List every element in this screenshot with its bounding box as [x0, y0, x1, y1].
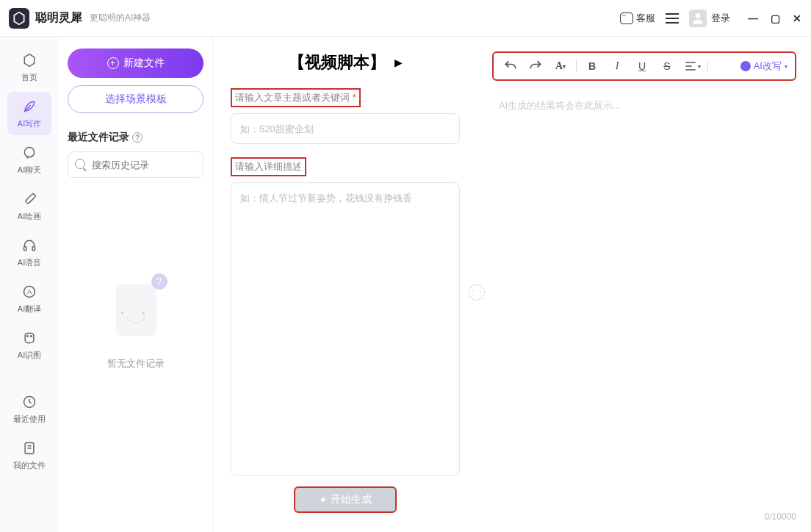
- sidebar: 首页 AI写作 AI聊天 AI绘画 AI语音 A AI翻译 AI识图: [0, 37, 59, 532]
- empty-state: ? 暂无文件记录: [68, 273, 203, 370]
- undo-button[interactable]: [501, 57, 520, 76]
- detail-textarea[interactable]: [231, 182, 460, 476]
- editor-toolbar: A▾ B I U S ▾ AI改写 ▾: [492, 51, 796, 81]
- sparkle-icon: ✦: [319, 494, 328, 506]
- menu-button[interactable]: [666, 13, 679, 24]
- sidebar-item-draw[interactable]: AI绘画: [7, 184, 51, 228]
- image-icon: [21, 329, 38, 347]
- topic-label: 请输入文章主题或者关键词 *: [231, 88, 361, 107]
- sidebar-item-writing[interactable]: AI写作: [7, 92, 51, 135]
- avatar-icon: [689, 10, 707, 27]
- svg-point-0: [696, 13, 701, 18]
- svg-point-1: [24, 148, 34, 157]
- chat-bubble-icon: [21, 144, 38, 162]
- output-panel: A▾ B I U S ▾ AI改写 ▾ AI生成的结果将会在此展示... 0/1…: [477, 37, 811, 532]
- search-icon: [75, 159, 85, 169]
- plus-icon: +: [107, 57, 119, 69]
- brush-icon: [21, 190, 38, 208]
- italic-button[interactable]: I: [608, 57, 627, 76]
- panel-title: 【视频脚本】: [289, 51, 386, 73]
- file-panel: + 新建文件 选择场景模板 最近文件记录 ? ? 暂无文件记录: [59, 37, 213, 532]
- svg-point-6: [27, 336, 29, 337]
- home-icon: [21, 51, 38, 69]
- sidebar-item-myfiles[interactable]: 我的文件: [7, 434, 51, 477]
- login-label: 登录: [711, 12, 730, 25]
- expand-icon[interactable]: ▶: [394, 57, 403, 68]
- sidebar-item-home[interactable]: 首页: [7, 46, 51, 89]
- customer-service-button[interactable]: 客服: [620, 12, 655, 25]
- sidebar-item-chat[interactable]: AI聊天: [7, 138, 51, 181]
- resize-handle[interactable]: ⋮⋮: [469, 284, 485, 301]
- minimize-button[interactable]: —: [748, 13, 758, 24]
- app-name: 聪明灵犀: [35, 10, 82, 26]
- topic-input[interactable]: [231, 113, 460, 144]
- app-subtitle: 更聪明的AI神器: [90, 12, 151, 24]
- ai-icon: [740, 61, 751, 71]
- app-logo: [9, 8, 29, 29]
- translate-icon: A: [21, 283, 38, 301]
- titlebar: 聪明灵犀 更聪明的AI神器 客服 登录 — ▢ ✕: [0, 0, 811, 37]
- file-icon: [21, 439, 38, 457]
- text-color-button[interactable]: A▾: [551, 57, 570, 76]
- svg-rect-2: [24, 247, 26, 251]
- select-template-button[interactable]: 选择场景模板: [68, 85, 203, 113]
- bold-button[interactable]: B: [583, 57, 602, 76]
- login-button[interactable]: 登录: [689, 10, 730, 27]
- strikethrough-button[interactable]: S: [657, 57, 677, 76]
- help-icon[interactable]: ?: [132, 132, 143, 143]
- detail-label: 请输入详细描述: [231, 157, 306, 176]
- sidebar-item-recent[interactable]: 最近使用: [7, 387, 51, 431]
- recent-files-heading: 最近文件记录 ?: [68, 131, 203, 144]
- maximize-button[interactable]: ▢: [770, 13, 780, 24]
- chat-icon: [620, 12, 633, 24]
- underline-button[interactable]: U: [632, 57, 652, 76]
- output-area[interactable]: AI生成的结果将会在此展示...: [492, 93, 796, 508]
- search-input[interactable]: [68, 151, 203, 178]
- sidebar-item-translate[interactable]: A AI翻译: [7, 277, 51, 320]
- align-button[interactable]: ▾: [682, 57, 702, 76]
- sidebar-item-voice[interactable]: AI语音: [7, 231, 51, 274]
- new-file-button[interactable]: + 新建文件: [68, 48, 203, 78]
- redo-button[interactable]: [526, 57, 545, 76]
- empty-illustration: ?: [103, 273, 169, 347]
- feather-icon: [21, 98, 38, 115]
- ai-rewrite-button[interactable]: AI改写 ▾: [740, 60, 787, 73]
- close-button[interactable]: ✕: [792, 13, 802, 24]
- sidebar-item-image-rec[interactable]: AI识图: [7, 323, 51, 367]
- kefu-label: 客服: [636, 12, 655, 25]
- svg-rect-3: [32, 247, 35, 251]
- svg-text:A: A: [27, 288, 32, 295]
- input-panel: 【视频脚本】 ▶ 请输入文章主题或者关键词 * 请输入详细描述 ✦ 开始生成 ⋮…: [213, 37, 477, 532]
- svg-point-7: [31, 336, 32, 337]
- char-counter: 0/10000: [492, 511, 796, 522]
- headphones-icon: [21, 237, 38, 254]
- generate-button[interactable]: ✦ 开始生成: [294, 486, 397, 513]
- clock-icon: [21, 393, 38, 411]
